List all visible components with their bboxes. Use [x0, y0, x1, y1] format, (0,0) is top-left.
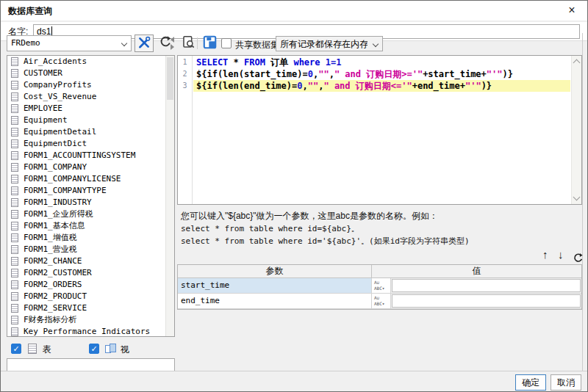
table-name: FORM2_CUSTOMER: [24, 268, 92, 277]
connection-value: FRDemo: [11, 36, 116, 51]
table-list-item[interactable]: FORM2_ORDERS: [7, 279, 174, 291]
footer: 确定 取消: [1, 371, 587, 391]
sql-token: )}: [481, 81, 492, 91]
cancel-button[interactable]: 取消: [551, 374, 581, 391]
move-param-down-button[interactable]: ↓: [558, 248, 564, 261]
sql-line[interactable]: ${if(len(start_time)=0,""," and 订购日期>='"…: [193, 68, 570, 80]
table-name: Air_Accidents: [24, 57, 87, 66]
preview-button[interactable]: [179, 35, 197, 51]
table-list-item[interactable]: FORM1_ACCOUNTTINGSYSTEM: [7, 150, 174, 161]
table-list-item[interactable]: EMPLOYEE: [7, 103, 174, 115]
sql-editor[interactable]: 123 SELECT * FROM 订单 where 1=1${if(len(s…: [177, 55, 582, 205]
table-list-item[interactable]: CompanyProfits: [7, 79, 174, 91]
sql-token: ,: [303, 81, 308, 91]
table-icon: [11, 233, 18, 242]
sql-token: *: [228, 57, 244, 68]
connection-select[interactable]: FRDemo: [7, 35, 132, 51]
scrollbar-thumb[interactable]: [167, 57, 173, 100]
sql-token: +end_time+: [412, 81, 465, 91]
table-name: EquipmentDetail: [24, 127, 96, 137]
table-list-item[interactable]: FORM1_企业所得税: [7, 208, 174, 220]
table-icon: [11, 151, 18, 160]
sql-token: ${if(len(start_time)=: [196, 69, 308, 79]
table-list-item[interactable]: FORM1_COMPANY: [7, 161, 174, 173]
sql-token: where: [293, 57, 320, 68]
table-list-item[interactable]: FORM1_COMPANYTYPE: [7, 185, 174, 197]
move-param-up-button[interactable]: ↑: [542, 248, 548, 261]
save-button[interactable]: [201, 35, 218, 51]
table-list-item[interactable]: EquipmentDetail: [7, 126, 174, 138]
sql-token: " and 订购日期>='": [334, 69, 423, 79]
table-list-item[interactable]: Air_Accidents: [7, 56, 174, 68]
table-list-item[interactable]: FORM1_COMPANYLICENSE: [7, 173, 174, 185]
scroll-down-icon[interactable]: [573, 194, 581, 201]
line-number: 2: [178, 68, 192, 79]
table-name: FORM2_PRODUCT: [24, 291, 87, 301]
help-line-1: 您可以键入"${abc}"做为一个参数，这里abc是参数的名称。例如：: [181, 210, 578, 222]
table-icon: [11, 139, 18, 148]
table-icon: [11, 210, 18, 219]
table-icon: [11, 222, 18, 231]
table-list-item[interactable]: Equipment: [7, 115, 174, 126]
parameter-value-input[interactable]: [392, 294, 581, 308]
storage-mode-select[interactable]: 所有记录都保存在内存中: [276, 36, 383, 51]
table-list-item[interactable]: FORM2_CHANCE: [7, 255, 174, 267]
parameter-name-cell[interactable]: start_time: [178, 278, 372, 293]
sql-code-area[interactable]: SELECT * FROM 订单 where 1=1${if(len(start…: [193, 56, 570, 204]
table-list-item[interactable]: FORM2_SERVICE: [7, 302, 174, 314]
titlebar: 数据库查询 ×: [1, 1, 587, 21]
sql-token: 订单: [265, 57, 293, 68]
table-filter-checkbox[interactable]: ✓: [11, 344, 21, 354]
parameter-type-button[interactable]: A∪ABC▾: [372, 294, 391, 308]
table-icon: [11, 163, 18, 172]
parameter-table-header: 参数 值: [178, 265, 581, 278]
table-name: EMPLOYEE: [24, 104, 62, 113]
table-filter-label: 表: [43, 344, 51, 356]
parameter-value-input[interactable]: [392, 279, 581, 292]
table-list-item[interactable]: FORM2_CUSTOMER: [7, 267, 174, 279]
table-list-item[interactable]: F财务指标分析: [7, 314, 174, 326]
table-list-item[interactable]: CUSTOMER: [7, 68, 174, 79]
edit-connection-button[interactable]: [135, 35, 154, 52]
sql-token: +start_time+: [423, 69, 487, 79]
param-column-header: 参数: [178, 265, 372, 277]
sql-token: FROM: [244, 57, 265, 68]
parameter-rows: start_timeA∪ABC▾end_timeA∪ABC▾: [178, 278, 581, 309]
table-name: Equipment: [24, 115, 68, 125]
table-name: FORM1_营业税: [24, 244, 77, 254]
table-name: FORM1_ACCOUNTTINGSYSTEM: [24, 150, 135, 160]
table-list-item[interactable]: FORM1_增值税: [7, 232, 174, 244]
table-list-item[interactable]: FORM1_基本信息: [7, 220, 174, 232]
pane-splitter[interactable]: [171, 37, 176, 50]
table-list-item[interactable]: Key Performance Indicators: [7, 326, 174, 337]
table-list-item[interactable]: FORM2_PRODUCT: [7, 291, 174, 302]
sql-line[interactable]: SELECT * FROM 订单 where 1=1: [193, 57, 570, 68]
parameter-type-button[interactable]: A∪ABC▾: [372, 278, 391, 293]
sql-line[interactable]: ${if(len(end_time)=0,""," and 订购日期<='"+e…: [193, 80, 570, 92]
table-list-items: Air_AccidentsCUSTOMERCompanyProfitsCost_…: [7, 56, 174, 337]
sql-scrollbar[interactable]: [571, 56, 581, 204]
table-icon: [28, 344, 37, 354]
parameter-row: end_timeA∪ABC▾: [178, 294, 581, 309]
table-icon: [11, 280, 18, 289]
refresh-params-button[interactable]: [573, 250, 584, 264]
scroll-up-icon[interactable]: [573, 59, 581, 67]
table-icon: [11, 269, 18, 277]
table-list-item[interactable]: EquipmentDict: [7, 138, 174, 150]
table-list-item[interactable]: FORM1_营业税: [7, 244, 174, 255]
table-list-scrollbar[interactable]: [165, 56, 174, 336]
close-icon[interactable]: ×: [561, 1, 583, 21]
table-list-item[interactable]: FORM1_INDUSTRY: [7, 197, 174, 208]
share-dataset-checkbox[interactable]: [221, 38, 232, 48]
sql-token: 0: [297, 81, 302, 91]
table-list-item[interactable]: Cost_VS_Revenue: [7, 91, 174, 103]
table-icon: [11, 92, 18, 101]
ok-button[interactable]: 确定: [515, 374, 546, 391]
line-number: 1: [178, 56, 192, 68]
parameter-name-cell[interactable]: end_time: [178, 294, 372, 308]
view-filter-checkbox[interactable]: ✓: [89, 344, 99, 354]
preview-icon: [182, 35, 196, 49]
sql-token: "": [318, 69, 329, 79]
database-query-dialog: 数据库查询 × 名字: ds1 FRDemo Air_AccidentsCUST…: [0, 0, 588, 392]
sql-token: "'": [465, 81, 481, 91]
